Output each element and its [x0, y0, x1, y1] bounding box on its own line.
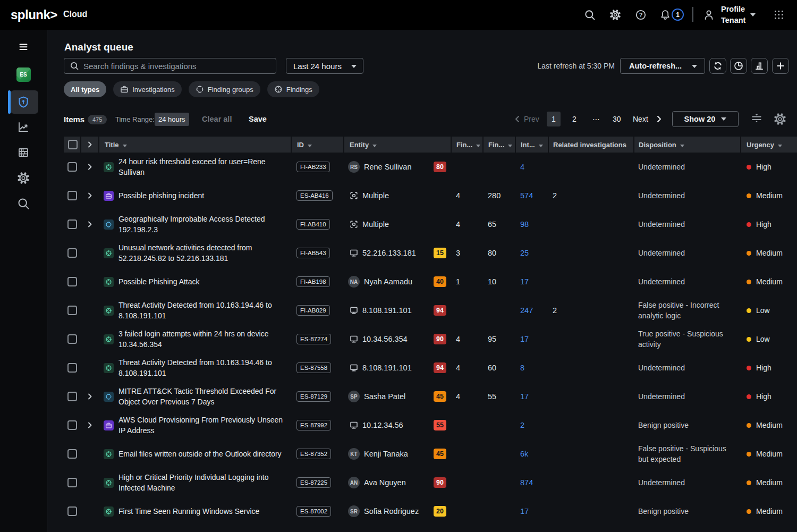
- svg-text:?: ?: [639, 12, 643, 18]
